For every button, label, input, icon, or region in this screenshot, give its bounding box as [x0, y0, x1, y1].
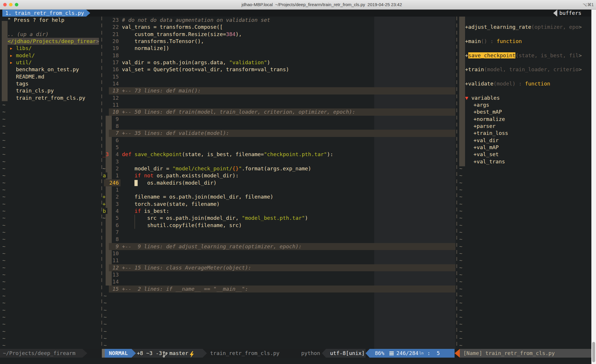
tilde: ~ [2, 109, 6, 115]
code-line[interactable]: transforms.ToTensor(), [122, 38, 204, 45]
code-token: save_checkpoint [134, 151, 182, 157]
code-line[interactable]: model_dir = "model/check_point/{}".forma… [122, 165, 311, 172]
tilde: ~ [459, 272, 462, 278]
command-line[interactable] [0, 358, 591, 364]
fold-line[interactable]: +-- 35 lines: def validate(model): [122, 130, 229, 137]
code-line[interactable]: val_trans = transforms.Compose([ [122, 24, 223, 31]
tagbar-tilde: ~ [459, 264, 462, 272]
code-line[interactable]: normalize]) [122, 45, 169, 52]
tagbar-entry[interactable]: +train(model, train_loader, criterio> [465, 66, 582, 73]
window-separator-left[interactable] [101, 17, 102, 349]
macos-scrollbar-track[interactable] [591, 10, 596, 364]
tagbar-entry[interactable]: +parser [473, 123, 496, 130]
line-number: 7 [104, 229, 119, 236]
code-token: ) [267, 59, 270, 65]
zoom-traffic-light-icon[interactable] [15, 3, 18, 6]
code-line[interactable]: filename = os.path.join(model_dir, filen… [122, 193, 273, 201]
code-line[interactable]: shutil.copyfile(filename, src) [122, 222, 242, 229]
window-separator-right[interactable] [456, 17, 457, 349]
code-token [122, 172, 134, 179]
tagbar-entry[interactable]: +val_set [473, 151, 499, 158]
tagbar-entry[interactable]: +save_checkpoint(state, is_best, fil> [465, 52, 582, 59]
line-number: 11 [104, 257, 119, 264]
dir-label: util/ [16, 59, 32, 65]
code-token: "validation" [229, 59, 267, 65]
code-line[interactable]: custom_transform.Resize(size=384), [122, 31, 242, 38]
nerdtree-item-train-retr-from-cls-py[interactable]: train_retr_from_cls.py [10, 94, 85, 102]
nerdtree-root-truncation: > [96, 38, 99, 45]
nerdtree-item-train-cls-py[interactable]: train_cls.py [10, 87, 54, 94]
nerdtree-tilde: ~ [2, 116, 6, 123]
tagbar-tilde: ~ [459, 208, 462, 215]
truncation-icon: > [579, 52, 582, 58]
tagbar-entry[interactable]: +validate(model) : function [465, 80, 550, 88]
tagbar-tilde: ~ [459, 292, 462, 300]
tagbar-scrollbar[interactable] [459, 17, 465, 166]
tilde: ~ [104, 307, 107, 313]
code-token: "checkpoint.pth.tar" [264, 151, 327, 157]
nerdtree-up-dir[interactable]: .. (up a dir) [8, 31, 49, 38]
tag-token: +val_mAP [473, 144, 499, 150]
dir-label: model/ [16, 52, 35, 58]
tagbar-entry[interactable]: +val_dir [473, 137, 499, 144]
fold-line[interactable]: +-- 73 lines: def main(): [122, 87, 201, 94]
tagbar-tilde: ~ [459, 222, 462, 229]
nerdtree-item-util[interactable]: ▸ util/ [10, 59, 32, 66]
code-token: .format(args.exp_name) [242, 165, 311, 172]
tagbar-entry[interactable]: +best_mAP [473, 108, 502, 116]
tag-token: function [496, 38, 522, 44]
tagbar-entry[interactable]: +val_mAP [473, 144, 499, 151]
close-traffic-light-icon[interactable] [3, 3, 7, 6]
line-number: 5 [104, 144, 119, 151]
tagbar-entry[interactable]: +normalize [473, 116, 505, 123]
powerline-arrow-left-icon [366, 349, 370, 358]
tag-token: +validate [465, 81, 494, 87]
code-line[interactable]: val_dir = os.path.join(args.data, "valid… [122, 59, 270, 66]
tagbar-entry[interactable]: +val_trans [473, 158, 505, 165]
tagbar-entry[interactable]: +adjust_learning_rate(optimizer, epo> [465, 24, 582, 31]
nerdtree-tilde: ~ [2, 208, 6, 215]
nerdtree-item-model[interactable]: ▸ model/ [10, 52, 35, 59]
code-line[interactable]: if not os.path.exists(model_dir): [122, 172, 239, 179]
buffers-arrow-icon [553, 10, 557, 17]
minimize-traffic-light-icon[interactable] [9, 3, 13, 6]
nerdtree-item-tags[interactable]: tags [10, 80, 29, 88]
tagbar-entry[interactable]: ▼ variables [465, 94, 500, 102]
line-number: 22 [104, 24, 119, 31]
tilde: ~ [2, 151, 6, 157]
code-line[interactable]: torch.save(state, filename) [122, 201, 220, 208]
dir-arrow-icon: ▸ [10, 52, 16, 58]
tagbar-entry[interactable]: +train_loss [473, 130, 508, 137]
code-line[interactable]: src = os.path.join(model_dir, "model_bes… [122, 215, 308, 222]
tilde: ~ [2, 265, 6, 271]
code-line[interactable]: # do not do data augmentation on validat… [122, 17, 270, 24]
nerdtree-item-README-md[interactable]: README.md [10, 73, 44, 81]
fold-line[interactable]: +-- 50 lines: def train(model, train_loa… [122, 108, 355, 116]
nerdtree-root[interactable]: </jdhao/Projects/deep_firear [8, 38, 96, 45]
tagbar-entry[interactable]: +args [473, 101, 489, 109]
code-token: if [134, 172, 141, 179]
line-number: 17 [104, 59, 119, 66]
macos-scrollbar-thumb[interactable] [592, 342, 595, 362]
line-number: 19 [104, 45, 119, 52]
gutter-sign: _3 [102, 151, 109, 158]
tag-token: +main [465, 38, 481, 44]
code-token: ), [235, 31, 242, 37]
code-line[interactable]: if is_best: [122, 208, 169, 215]
tilde: ~ [104, 321, 107, 327]
fold-line[interactable]: +-- 15 lines: class AverageMeter(object)… [122, 264, 251, 272]
code-line[interactable]: val_set = QuerySet(root=val_dir, transfo… [122, 66, 289, 73]
tagbar-entry[interactable]: +main() : function [465, 38, 522, 45]
fold-line[interactable]: +-- 2 lines: if __name__ == "__main__": [122, 286, 248, 293]
nerdtree-tilde: ~ [2, 193, 6, 201]
nerdtree-item-libs[interactable]: ▸ libs/ [10, 45, 32, 52]
code-line[interactable]: def save_checkpoint(state, is_best, file… [122, 151, 333, 158]
tilde: ~ [2, 314, 6, 320]
nerdtree-tilde: ~ [2, 179, 6, 187]
code-token: val_dir = os.path.join(args.data, [122, 59, 229, 65]
nerdtree-item-benchmark-on-test-py[interactable]: benchmark_on_test.py [10, 66, 79, 73]
line-number: 9 [104, 116, 119, 123]
tab-train-retr-from-cls[interactable]: 1. train_retr_from_cls.py [2, 10, 90, 17]
fold-line[interactable]: +-- 9 lines: def adjust_learning_rate(op… [122, 243, 302, 250]
nerdtree-scrollbar[interactable] [2, 21, 8, 101]
